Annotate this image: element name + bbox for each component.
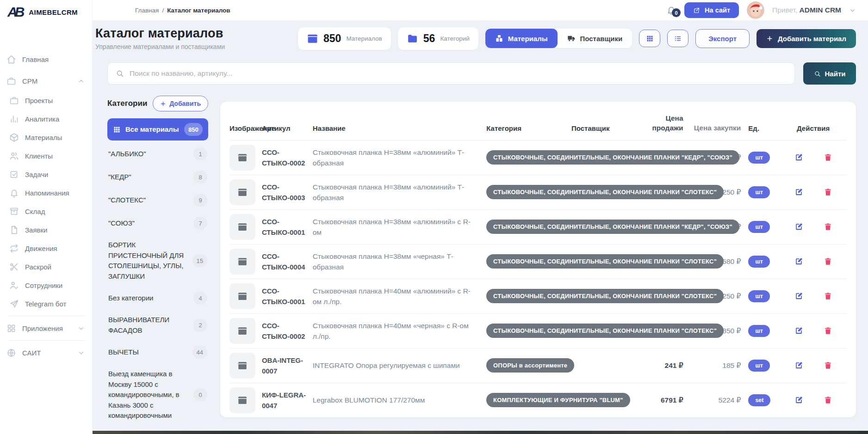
purchase-price: 5224 ₽ [683,396,741,404]
category-count-badge: 850 [184,123,203,136]
category-badge: ОПОРЫ в ассортименте [486,358,574,373]
edit-icon[interactable] [794,188,803,196]
globe-icon [6,348,16,358]
sidebar-item[interactable]: Проекты [0,91,92,110]
to-site-button[interactable]: На сайт [684,2,739,18]
category-label: "СОЮЗ" [108,218,189,229]
sidebar-item-label: Аналитика [25,115,59,123]
material-sku: OBA-INTEG-0007 [262,355,313,377]
find-button[interactable]: Найти [803,62,856,85]
category-label: "КЕДР" [108,172,189,183]
sidebar-item-label: Telegram бот [25,300,66,308]
col-image: Изображение [229,124,262,133]
sidebar-item-label: Приложения [22,324,63,332]
edit-icon[interactable] [794,326,803,335]
edit-icon[interactable] [794,153,803,162]
page-header: Каталог материалов Управление материалам… [93,20,868,51]
sidebar-item[interactable]: САИТ [0,343,92,362]
material-name[interactable]: INTEGRATO Опора регулируемая с шипами [313,360,479,371]
warehouse-icon [9,207,19,216]
edit-icon[interactable] [794,257,803,266]
trash-icon[interactable] [824,292,832,300]
category-item[interactable]: БОРТИК ПРИСТЕНОЧНЫЙ ДЛЯ СТОЛЕШНИЦЫ, УГЛЫ… [107,235,208,287]
user-avatar[interactable] [747,1,764,19]
category-badge: КОМПЛЕКТУЮЩИЕ И ФУРНИТУРА "BLUM" [486,393,630,407]
category-item[interactable]: ВЫРАВНИВАТЕЛИ ФАСАДОВ 2 [107,310,208,341]
material-name[interactable]: Стыковочная планка Н=38мм «алюминий» Т-о… [313,182,479,203]
category-item[interactable]: Без категории 4 [107,287,208,310]
grid-view-button[interactable] [639,30,660,47]
category-count-badge: 7 [193,217,207,230]
material-image-placeholder [229,249,255,275]
breadcrumb-home[interactable]: Главная [135,7,159,14]
sidebar-item[interactable]: Задачи [0,165,92,183]
sidebar-item-label: Клиенты [25,152,53,160]
material-name[interactable]: Стыковочная планка Н=38мм «алюминий» Т-о… [313,147,479,169]
add-category-button[interactable]: Добавить [153,96,208,111]
sidebar-item[interactable]: Telegram бот [0,294,92,313]
user-greeting[interactable]: Привет, ADMIN CRM [772,6,841,14]
material-name[interactable]: Стыковочная планка Н=40мм «черная» с R-о… [313,320,479,342]
tab-materials[interactable]: Материалы [485,29,558,48]
trash-icon[interactable] [824,153,832,162]
category-item[interactable]: ВЫЧЕТЫ 44 [107,341,208,364]
material-sku: ССО-СТЫКО-0001 [262,286,313,307]
category-badge: СТЫКОВОЧНЫЕ, СОЕДИНИТЕЛЬНЫЕ, ОКОНЧАНИЕ П… [486,185,724,199]
sidebar-item[interactable]: Аналитика [0,110,92,128]
edit-icon[interactable] [794,222,803,231]
sidebar-item[interactable]: CPM [0,72,92,90]
brand-name: AIMEBELCRM [29,8,78,16]
edit-icon[interactable] [794,361,803,370]
list-view-button[interactable] [667,30,688,47]
category-badge: СТЫКОВОЧНЫЕ, СОЕДИНИТЕЛЬНЫЕ, ОКОНЧАНИЕ П… [486,150,739,165]
material-name[interactable]: Стыковочная планка Н=38мм «черная» Т-обр… [313,251,479,273]
sidebar-item[interactable]: Напоминания [0,183,92,202]
greeting-prefix: Привет, [772,6,797,14]
sidebar-item[interactable]: Заявки [0,220,92,239]
chevron-down-icon[interactable] [849,7,856,14]
sidebar-item[interactable]: Клиенты [0,147,92,165]
material-name[interactable]: Стыковочная планка Н=40мм «алюминий» с R… [313,286,479,307]
tab-suppliers[interactable]: Поставщики [558,29,632,48]
sidebar-item[interactable]: Главная [0,50,92,68]
search-input[interactable] [130,69,787,78]
brand-logo[interactable]: AB AIMEBELCRM [0,0,92,24]
category-item[interactable]: "КЕДР" 8 [107,165,208,189]
trash-icon[interactable] [824,257,832,266]
notifications-button[interactable]: 0 [666,5,676,15]
notifications-count-badge: 0 [672,8,681,17]
external-link-icon [693,7,700,14]
search-box[interactable] [107,62,795,85]
sale-price: 6791 ₽ [641,396,683,404]
unit-badge: шт [748,221,770,233]
category-item[interactable]: "АЛЬБИКО" 1 [107,142,208,165]
sidebar-item[interactable]: Материалы [0,128,92,147]
sidebar-item[interactable]: Движения [0,239,92,257]
category-label: "СЛОТЕКС" [108,195,189,206]
trash-icon[interactable] [824,222,832,231]
user-name: ADMIN CRM [800,6,841,14]
category-item[interactable]: "СЛОТЕКС" 9 [107,189,208,212]
edit-icon[interactable] [794,292,803,300]
trash-icon[interactable] [824,326,832,335]
brand-monogram: AB [7,4,25,20]
add-material-button[interactable]: Добавить материал [756,29,856,48]
category-count-badge: 1 [193,147,207,160]
trash-icon[interactable] [824,361,832,370]
edit-icon[interactable] [794,396,803,404]
material-sku: ССО-СТЫКО-0003 [262,182,313,203]
sidebar-item[interactable]: Раскрой [0,257,92,276]
sidebar-item[interactable]: Сотрудники [0,276,92,294]
category-item[interactable]: Выезд каменщика в Москву 15000 с команди… [107,364,208,426]
material-name[interactable]: Стыковочная планка Н=38мм «алюминий» с R… [313,216,479,238]
category-item[interactable]: "СОЮЗ" 7 [107,212,208,235]
export-button[interactable]: Экспорт [695,29,750,48]
unit-badge: шт [748,152,770,164]
trash-icon[interactable] [824,188,832,196]
material-name[interactable]: Legrabox BLUMOTION 177/270мм [313,395,479,405]
unit-badge: шт [748,290,770,302]
sidebar-item[interactable]: Склад [0,202,92,220]
category-item[interactable]: Все материалы 850 [107,118,208,141]
trash-icon[interactable] [824,396,832,404]
sidebar-item[interactable]: Приложения [0,319,92,337]
